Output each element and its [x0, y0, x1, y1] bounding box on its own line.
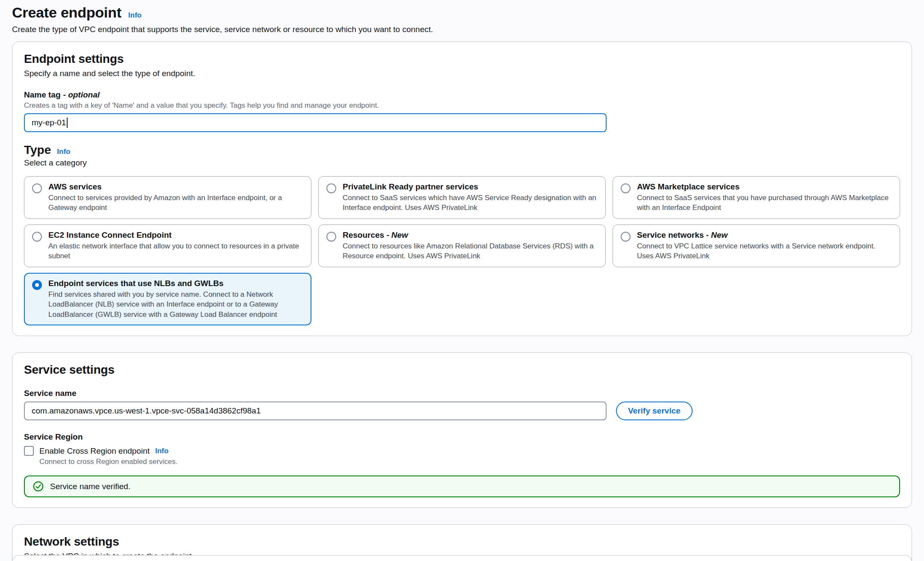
service-region-label: Service Region — [24, 432, 900, 442]
type-info-link[interactable]: Info — [57, 148, 70, 156]
radio-icon[interactable] — [326, 183, 336, 193]
service-settings-title: Service settings — [24, 363, 900, 377]
service-verified-alert: Service name verified. — [24, 475, 900, 497]
cross-region-helper: Connect to cross Region enabled services… — [39, 458, 900, 466]
network-settings-title: Network settings — [24, 535, 900, 549]
endpoint-settings-card: Endpoint settings Specify a name and sel… — [12, 41, 912, 336]
page-header: Create endpoint Info — [12, 4, 912, 21]
type-subtitle: Select a category — [24, 158, 900, 168]
service-settings-card: Service settings Service name com.amazon… — [12, 352, 912, 508]
type-option-resources[interactable]: Resources -New Connect to resources like… — [318, 224, 606, 267]
radio-icon[interactable] — [32, 232, 42, 242]
type-option-endpoint-services-nlb-gwlb[interactable]: Endpoint services that use NLBs and GWLB… — [24, 273, 311, 325]
page-subtitle: Create the type of VPC endpoint that sup… — [12, 25, 912, 34]
success-check-icon — [33, 481, 44, 492]
name-tag-helper: Creates a tag with a key of 'Name' and a… — [24, 101, 900, 110]
create-endpoint-page: Create endpoint Info Create the type of … — [0, 0, 924, 561]
radio-icon[interactable] — [326, 232, 336, 242]
type-option-aws-services[interactable]: AWS services Connect to services provide… — [24, 176, 311, 219]
page-title: Create endpoint — [12, 4, 121, 21]
text-cursor — [67, 118, 68, 128]
next-card-partial — [12, 555, 912, 561]
type-option-service-networks[interactable]: Service networks -New Connect to VPC Lat… — [613, 224, 900, 267]
radio-icon[interactable] — [621, 232, 631, 242]
page-info-link[interactable]: Info — [128, 11, 142, 20]
type-title: Type — [24, 143, 51, 157]
service-name-label: Service name — [24, 389, 900, 398]
radio-icon[interactable] — [621, 183, 631, 193]
cross-region-info-link[interactable]: Info — [155, 447, 169, 455]
radio-icon[interactable] — [32, 183, 42, 193]
type-option-privatelink-partner-services[interactable]: PrivateLink Ready partner services Conne… — [318, 176, 606, 219]
type-options-grid: AWS services Connect to services provide… — [24, 176, 900, 325]
endpoint-settings-title: Endpoint settings — [24, 52, 900, 66]
service-name-input[interactable]: com.amazonaws.vpce.us-west-1.vpce-svc-05… — [24, 402, 607, 420]
cross-region-checkbox[interactable] — [24, 446, 34, 456]
type-option-aws-marketplace-services[interactable]: AWS Marketplace services Connect to SaaS… — [613, 176, 900, 219]
name-tag-label: Name tag- optional — [24, 90, 900, 100]
name-tag-input[interactable]: my-ep-01 — [24, 113, 607, 132]
verify-service-button[interactable]: Verify service — [616, 402, 693, 420]
radio-selected-icon[interactable] — [32, 280, 42, 290]
alert-text: Service name verified. — [50, 482, 130, 491]
endpoint-settings-subtitle: Specify a name and select the type of en… — [24, 69, 900, 78]
cross-region-checkbox-label[interactable]: Enable Cross Region endpoint — [39, 446, 150, 456]
type-option-ec2-instance-connect[interactable]: EC2 Instance Connect Endpoint An elastic… — [24, 224, 311, 267]
